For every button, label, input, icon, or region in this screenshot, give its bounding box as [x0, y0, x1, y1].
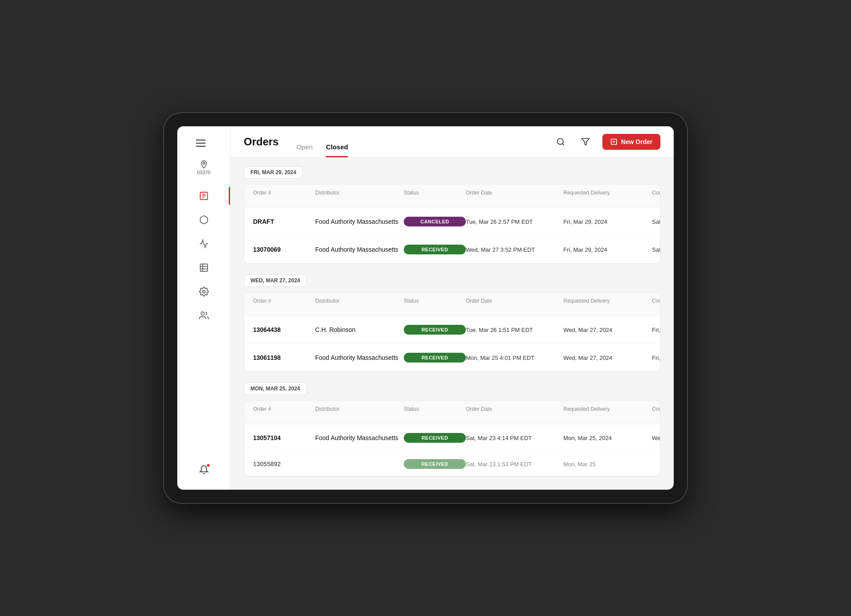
tab-closed[interactable]: Closed	[326, 143, 348, 157]
date-label-fri-mar-29: FRI, MAR 29, 2024	[244, 166, 303, 179]
date-group-wed-mar-27: WED, MAR 27, 2024 Order # Distributor St…	[244, 274, 660, 372]
page-title: Orders	[244, 136, 279, 148]
order-number: 13070069	[253, 246, 315, 253]
status-badge: RECEIVED	[404, 245, 466, 254]
svg-point-9	[203, 290, 205, 293]
svg-rect-5	[200, 264, 207, 272]
sidebar-bottom	[199, 465, 209, 481]
svg-line-12	[562, 143, 564, 145]
sidebar-item-reports[interactable]	[177, 232, 230, 256]
distributor-name: Food Authority Massachusetts	[315, 246, 404, 253]
requested-delivery: Mon, Mar 25	[563, 461, 652, 468]
order-date: Sat, Mar 23 4:14 PM EDT	[466, 435, 563, 441]
notification-bell[interactable]	[199, 465, 209, 476]
date-group-fri-mar-29: FRI, MAR 29, 2024 Order # Distributor St…	[244, 166, 660, 264]
table-row[interactable]: 13070069 Food Authority Massachusetts RE…	[244, 236, 660, 263]
sidebar-item-table[interactable]	[177, 256, 230, 280]
col-distributor: Distributor	[315, 190, 404, 202]
orders-table-wed-mar-27: Order # Distributor Status Order Date Re…	[244, 292, 660, 372]
status-badge: RECEIVED	[404, 459, 466, 469]
sidebar: 03370	[177, 126, 230, 490]
tab-open[interactable]: Open	[297, 143, 313, 157]
header: Orders Open Closed	[230, 126, 674, 157]
col-status: Status	[404, 190, 466, 202]
status-badge: RECEIVED	[404, 325, 466, 335]
table-row[interactable]: 13055892 RECEIVED Sat, Mar 23 1:53 PM ED…	[244, 452, 660, 476]
col-req-delivery: Requested Delivery	[563, 190, 652, 202]
orders-list: FRI, MAR 29, 2024 Order # Distributor St…	[230, 157, 674, 490]
location-code: 03370	[197, 170, 211, 175]
requested-delivery: Wed, Mar 27, 2024	[563, 355, 652, 361]
col-cover-until: Cover Until	[652, 190, 660, 202]
distributor-name: Food Authority Massachusetts	[315, 434, 404, 441]
order-date: Mon, Mar 25 4:01 PM EDT	[466, 355, 563, 361]
sidebar-nav	[177, 184, 230, 465]
requested-delivery: Fri, Mar 29, 2024	[563, 218, 652, 225]
table-header: Order # Distributor Status Order Date Re…	[244, 184, 660, 208]
table-row[interactable]: 13064438 C.H. Robinson RECEIVED Tue, Mar…	[244, 316, 660, 344]
status-badge: RECEIVED	[404, 433, 466, 443]
distributor-name: C.H. Robinson	[315, 326, 404, 333]
header-actions: New Order	[553, 134, 660, 150]
svg-point-10	[201, 312, 204, 315]
new-order-button[interactable]: New Order	[602, 134, 660, 150]
order-date: Wed, Mar 27 3:52 PM EDT	[466, 246, 563, 253]
cover-until: Sat, Mar 30, 2024	[652, 246, 660, 253]
main-content: Orders Open Closed	[230, 126, 674, 490]
requested-delivery: Wed, Mar 27, 2024	[563, 327, 652, 333]
table-row[interactable]: 13057104 Food Authority Massachusetts RE…	[244, 424, 660, 452]
order-number: 13055892	[253, 460, 315, 468]
col-order-num: Order #	[253, 190, 315, 202]
table-row[interactable]: 13061198 Food Authority Massachusetts RE…	[244, 344, 660, 371]
new-order-label: New Order	[621, 138, 652, 145]
sidebar-item-settings[interactable]	[177, 280, 230, 304]
cover-until: Fri, Mar 29, 2024	[652, 355, 660, 361]
menu-icon[interactable]	[196, 135, 212, 151]
order-number: 13061198	[253, 354, 315, 361]
order-date: Sat, Mar 23 1:53 PM EDT	[466, 461, 563, 468]
table-header: Order # Distributor Status Order Date Re…	[244, 401, 660, 424]
svg-point-0	[203, 162, 204, 164]
cover-until: Fri, Mar 29, 2024	[652, 327, 660, 333]
date-label-wed-mar-27: WED, MAR 27, 2024	[244, 274, 307, 287]
order-number: 13057104	[253, 434, 315, 441]
requested-delivery: Fri, Mar 29, 2024	[563, 246, 652, 253]
tabs: Open Closed	[297, 126, 348, 157]
date-group-mon-mar-25: MON, MAR 25, 2024 Order # Distributor St…	[244, 382, 660, 476]
table-header: Order # Distributor Status Order Date Re…	[244, 292, 660, 316]
sidebar-item-inventory[interactable]	[177, 208, 230, 232]
svg-point-11	[558, 138, 563, 144]
location-icon	[199, 160, 208, 169]
status-badge: CANCELED	[404, 217, 466, 226]
orders-table-fri-mar-29: Order # Distributor Status Order Date Re…	[244, 184, 660, 264]
location-section: 03370	[197, 160, 211, 175]
orders-table-mon-mar-25: Order # Distributor Status Order Date Re…	[244, 400, 660, 476]
filter-button[interactable]	[578, 134, 593, 150]
requested-delivery: Mon, Mar 25, 2024	[563, 435, 652, 441]
cover-until: Sat, Mar 30, 2024	[652, 218, 660, 225]
distributor-name: Food Authority Massachusetts	[315, 218, 404, 225]
date-label-mon-mar-25: MON, MAR 25, 2024	[244, 382, 307, 395]
distributor-name: Food Authority Massachusetts	[315, 354, 404, 361]
col-order-date: Order Date	[466, 190, 563, 202]
table-row[interactable]: DRAFT Food Authority Massachusetts CANCE…	[244, 208, 660, 236]
order-number: 13064438	[253, 326, 315, 333]
cover-until: Wed, Mar 27, 2024	[652, 435, 660, 441]
sidebar-item-orders[interactable]	[177, 184, 230, 208]
search-button[interactable]	[553, 134, 569, 150]
svg-marker-13	[582, 138, 589, 145]
order-number: DRAFT	[253, 218, 315, 225]
order-date: Tue, Mar 26 2:57 PM EDT	[466, 218, 563, 225]
order-date: Tue, Mar 26 1:51 PM EDT	[466, 327, 563, 333]
sidebar-item-users[interactable]	[177, 304, 230, 327]
status-badge: RECEIVED	[404, 353, 466, 363]
